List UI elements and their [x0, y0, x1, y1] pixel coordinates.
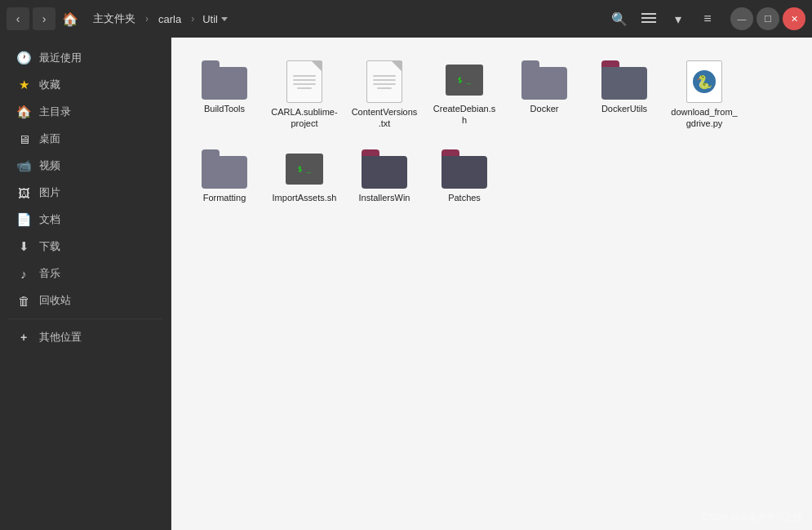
file-item-dockerutils[interactable]: DockerUtils — [588, 54, 661, 136]
desktop-icon: 🖥 — [16, 132, 31, 146]
video-icon: 📹 — [16, 158, 31, 173]
file-item-installers[interactable]: InstallersWin — [348, 143, 421, 210]
file-item-contentversions[interactable]: ContentVersions.txt — [348, 54, 421, 136]
file-carla-sublime-icon — [286, 60, 322, 103]
window-controls: — ☐ ✕ — [730, 7, 805, 30]
folder-installers-icon — [362, 149, 407, 189]
sidebar-item-starred[interactable]: ★ 收藏 — [3, 72, 167, 98]
file-item-buildtools[interactable]: BuildTools — [188, 54, 261, 136]
svg-rect-2 — [641, 21, 656, 23]
file-item-docker[interactable]: Docker — [508, 54, 581, 136]
sidebar-label-home: 主目录 — [39, 105, 71, 119]
music-icon: ♪ — [16, 267, 31, 281]
file-item-patches[interactable]: Patches — [428, 143, 501, 210]
view-toggle-button[interactable]: ▾ — [665, 6, 691, 32]
search-button[interactable]: 🔍 — [606, 6, 632, 32]
forward-button[interactable]: › — [33, 7, 55, 30]
recent-icon: 🕐 — [16, 51, 31, 65]
download-icon: ⬇ — [16, 239, 31, 254]
file-item-createdebian[interactable]: CreateDebian.sh — [428, 54, 501, 136]
file-label-download-gdrive: download_from_gdrive.py — [671, 106, 738, 130]
close-button[interactable]: ✕ — [783, 7, 805, 30]
file-python-icon: 🐍 — [686, 60, 722, 103]
picture-icon: 🖼 — [16, 186, 31, 200]
sidebar-label-music: 音乐 — [39, 266, 60, 281]
breadcrumb-sep2: › — [191, 13, 194, 24]
file-area: BuildTools CARLA.sublime-project Content… — [171, 38, 812, 530]
folder-patches-icon — [441, 149, 487, 189]
svg-rect-0 — [641, 13, 656, 15]
sidebar-item-documents[interactable]: 📄 文档 — [3, 207, 167, 233]
sidebar-label-other: 其他位置 — [39, 330, 82, 345]
menu-button[interactable]: ≡ — [694, 6, 721, 32]
folder-buildtools-icon — [202, 60, 247, 100]
file-label-buildtools: BuildTools — [204, 103, 245, 114]
file-label-carla-sublime: CARLA.sublime-project — [271, 106, 338, 130]
folder-dockerutils-icon — [601, 60, 647, 100]
file-item-carla-sublime[interactable]: CARLA.sublime-project — [268, 54, 341, 136]
main-container: 🕐 最近使用 ★ 收藏 🏠 主目录 🖥 桌面 📹 视频 🖼 图片 📄 文档 ⬇ — [0, 38, 812, 530]
folder-formatting-icon — [202, 149, 247, 189]
sidebar-label-documents: 文档 — [39, 212, 60, 227]
sidebar-divider — [8, 318, 162, 319]
watermark: CSDN @小吴的学习之路 — [703, 511, 802, 523]
file-createdebian-icon — [441, 60, 487, 100]
folder-docker-icon — [521, 60, 567, 100]
sidebar-item-other[interactable]: + 其他位置 — [3, 324, 167, 350]
svg-rect-1 — [641, 17, 656, 19]
back-button[interactable]: ‹ — [7, 7, 29, 30]
file-label-patches: Patches — [448, 192, 481, 203]
sidebar-item-recent[interactable]: 🕐 最近使用 — [3, 45, 167, 71]
file-label-installers: InstallersWin — [359, 192, 410, 203]
sidebar-item-trash[interactable]: 🗑 回收站 — [3, 287, 167, 314]
sidebar-item-downloads[interactable]: ⬇ 下载 — [3, 234, 167, 260]
file-label-formatting: Formatting — [203, 192, 246, 203]
sidebar-label-trash: 回收站 — [39, 293, 71, 308]
file-label-createdebian: CreateDebian.sh — [431, 103, 498, 127]
sidebar-label-desktop: 桌面 — [39, 131, 60, 146]
file-contentversions-icon — [366, 60, 402, 103]
sidebar-item-music[interactable]: ♪ 音乐 — [3, 261, 167, 287]
home-button[interactable]: 🏠 — [59, 7, 82, 30]
sidebar-label-videos: 视频 — [39, 158, 60, 173]
sidebar-item-videos[interactable]: 📹 视频 — [3, 153, 167, 179]
file-label-docker: Docker — [530, 103, 559, 114]
file-importassets-icon — [282, 149, 327, 189]
sidebar-item-home[interactable]: 🏠 主目录 — [3, 99, 167, 125]
view-list-button[interactable] — [636, 6, 662, 32]
maximize-button[interactable]: ☐ — [757, 7, 779, 30]
sidebar-item-pictures[interactable]: 🖼 图片 — [3, 180, 167, 206]
file-label-dockerutils: DockerUtils — [601, 103, 647, 114]
document-icon: 📄 — [16, 212, 31, 227]
sidebar-label-downloads: 下载 — [39, 239, 60, 254]
titlebar: ‹ › 🏠 主文件夹 › carla › Util 🔍 ▾ ≡ — ☐ ✕ — [0, 0, 812, 38]
sidebar-item-desktop[interactable]: 🖥 桌面 — [3, 126, 167, 152]
sidebar-label-starred: 收藏 — [39, 78, 60, 92]
breadcrumb-home[interactable]: 主文件夹 — [85, 8, 144, 29]
python-badge: 🐍 — [693, 70, 716, 93]
sidebar-label-pictures: 图片 — [39, 185, 60, 200]
file-item-download-gdrive[interactable]: 🐍 download_from_gdrive.py — [668, 54, 741, 136]
file-item-importassets[interactable]: ImportAssets.sh — [268, 143, 341, 210]
sidebar: 🕐 最近使用 ★ 收藏 🏠 主目录 🖥 桌面 📹 视频 🖼 图片 📄 文档 ⬇ — [0, 38, 171, 530]
breadcrumb-carla[interactable]: carla — [150, 10, 189, 29]
dropdown-arrow-icon — [221, 17, 228, 21]
star-icon: ★ — [16, 78, 31, 92]
breadcrumb-util[interactable]: Util — [196, 10, 234, 29]
breadcrumb: 主文件夹 › carla › Util — [85, 8, 603, 29]
minimize-button[interactable]: — — [730, 7, 753, 30]
file-item-formatting[interactable]: Formatting — [188, 143, 261, 210]
titlebar-right: 🔍 ▾ ≡ — [606, 6, 721, 32]
breadcrumb-sep1: › — [145, 13, 149, 24]
trash-icon: 🗑 — [16, 294, 31, 308]
plus-icon: + — [16, 331, 31, 344]
file-label-contentversions: ContentVersions.txt — [351, 106, 418, 130]
sidebar-label-recent: 最近使用 — [39, 51, 82, 65]
file-label-importassets: ImportAssets.sh — [273, 192, 337, 203]
home-sidebar-icon: 🏠 — [16, 105, 31, 119]
